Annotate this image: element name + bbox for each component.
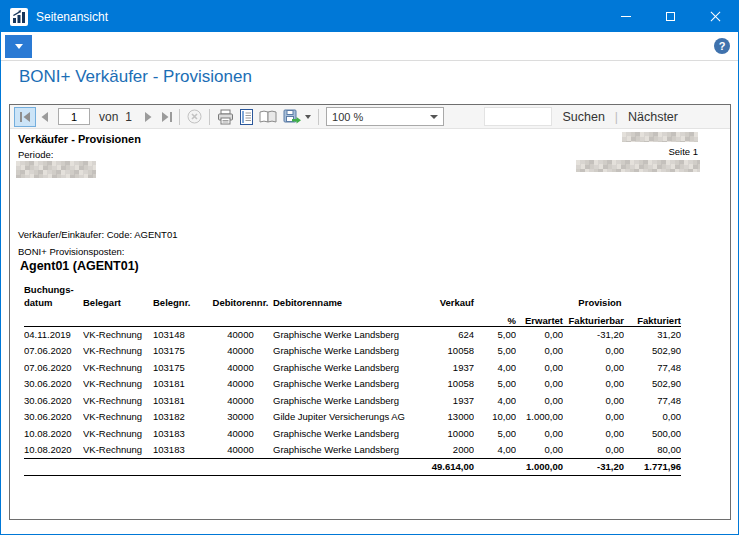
print-preview-window: Seitenansicht ? BONI+ Verkäufer - Provis… <box>0 0 739 535</box>
next-page-button[interactable] <box>139 107 157 127</box>
report-filter-line2: BONI+ Provisionsposten: <box>18 246 124 257</box>
commission-table: Buchungs- datum Belegart Belegnr. Debito… <box>24 283 681 476</box>
table-cell: 40000 <box>208 442 273 459</box>
header-commission-group: Provision <box>474 295 681 308</box>
header-invoiced: Fakturiert <box>624 308 681 326</box>
table-row: 30.06.2020VK-Rechnung10318230000Gilde Ju… <box>24 409 681 426</box>
minimize-button[interactable] <box>603 1 648 32</box>
redacted-text-block <box>16 161 96 178</box>
table-cell: 10000 <box>421 425 474 442</box>
last-page-icon <box>161 112 172 122</box>
table-cell: Graphische Werke Landsberg <box>273 392 421 409</box>
toolbar-separator <box>179 109 180 125</box>
print-button[interactable] <box>214 107 237 127</box>
table-cell: 5,00 <box>474 376 516 393</box>
previous-page-button[interactable] <box>36 107 54 127</box>
export-button[interactable] <box>280 107 314 127</box>
table-cell <box>208 458 273 475</box>
table-cell <box>153 458 208 475</box>
header-sale: Verkauf <box>421 295 474 308</box>
table-cell: 31,20 <box>624 326 681 343</box>
search-button[interactable]: Suchen <box>562 110 604 124</box>
page-setup-icon <box>259 110 277 124</box>
table-cell: VK-Rechnung <box>83 343 153 360</box>
table-cell: 30.06.2020 <box>24 409 83 426</box>
table-cell: 80,00 <box>624 442 681 459</box>
table-cell <box>273 458 421 475</box>
table-row: 49.614,001.000,00-31,201.771,96 <box>24 458 681 475</box>
zoom-value: 100 % <box>332 111 363 123</box>
header-customer-name: Debitorenname <box>273 295 421 308</box>
table-cell: 30000 <box>208 409 273 426</box>
table-cell: 0,00 <box>516 392 563 409</box>
table-cell: VK-Rechnung <box>83 425 153 442</box>
close-button[interactable] <box>693 1 738 32</box>
table-cell: 103175 <box>153 343 208 360</box>
header-expected: Erwartet <box>516 308 563 326</box>
table-cell: 0,00 <box>516 425 563 442</box>
table-cell: 0,00 <box>516 376 563 393</box>
current-page-input[interactable] <box>58 108 90 125</box>
table-cell: 103183 <box>153 425 208 442</box>
total-pages-label: 1 <box>125 110 132 124</box>
table-cell: 30.06.2020 <box>24 376 83 393</box>
report-group-header: Agent01 (AGENT01) <box>20 259 139 273</box>
table-cell: 103148 <box>153 326 208 343</box>
cancel-icon <box>187 109 202 124</box>
table-cell: 500,00 <box>624 425 681 442</box>
menu-dropdown-button[interactable] <box>5 35 32 58</box>
table-cell: 30.06.2020 <box>24 392 83 409</box>
table-header: Buchungs- datum Belegart Belegnr. Debito… <box>24 283 681 326</box>
table-cell: 0,00 <box>563 359 624 376</box>
table-cell: 502,90 <box>624 343 681 360</box>
table-cell: VK-Rechnung <box>83 359 153 376</box>
table-row: 10.08.2020VK-Rechnung10318340000Graphisc… <box>24 442 681 459</box>
table-cell <box>474 458 516 475</box>
table-cell: 0,00 <box>563 442 624 459</box>
header-customer-no: Debitorennr. <box>208 295 273 308</box>
table-cell: 0,00 <box>563 376 624 393</box>
table-cell: 502,90 <box>624 376 681 393</box>
page-setup-button[interactable] <box>256 107 280 127</box>
table-cell: Graphische Werke Landsberg <box>273 442 421 459</box>
report-page-number: Seite 1 <box>668 146 698 157</box>
table-cell: 40000 <box>208 392 273 409</box>
export-save-icon <box>283 109 302 125</box>
search-input[interactable] <box>484 107 552 126</box>
table-cell: Graphische Werke Landsberg <box>273 343 421 360</box>
cancel-rendering-button[interactable] <box>184 107 205 127</box>
table-cell: 103183 <box>153 442 208 459</box>
table-cell: 10058 <box>421 376 474 393</box>
table-cell: 5,00 <box>474 326 516 343</box>
header-booking-date-1: Buchungs- <box>24 283 83 295</box>
maximize-button[interactable] <box>648 1 693 32</box>
table-cell: 40000 <box>208 359 273 376</box>
table-cell: 1937 <box>421 392 474 409</box>
table-cell: Gilde Jupiter Versicherungs AG <box>273 409 421 426</box>
table-cell: 103181 <box>153 392 208 409</box>
table-cell: 07.06.2020 <box>24 343 83 360</box>
close-icon <box>710 11 721 22</box>
zoom-combobox[interactable]: 100 % <box>326 107 444 126</box>
table-cell: VK-Rechnung <box>83 392 153 409</box>
table-cell: VK-Rechnung <box>83 326 153 343</box>
table-cell: 10.08.2020 <box>24 425 83 442</box>
table-cell: 10058 <box>421 343 474 360</box>
minimize-icon <box>621 16 631 17</box>
table-row: 07.06.2020VK-Rechnung10317540000Graphisc… <box>24 343 681 360</box>
header-doc-type: Belegart <box>83 295 153 308</box>
table-cell: 10,00 <box>474 409 516 426</box>
table-cell: 0,00 <box>563 409 624 426</box>
table-cell: 4,00 <box>474 392 516 409</box>
first-page-button[interactable] <box>14 107 36 127</box>
table-cell: 0,00 <box>516 442 563 459</box>
table-cell: 1.000,00 <box>516 458 563 475</box>
table-cell: 40000 <box>208 376 273 393</box>
table-cell: 2000 <box>421 442 474 459</box>
find-next-button[interactable]: Nächster <box>628 110 678 124</box>
help-button[interactable]: ? <box>714 38 730 54</box>
window-title: Seitenansicht <box>36 10 108 24</box>
last-page-button[interactable] <box>157 107 175 127</box>
print-layout-button[interactable] <box>237 107 256 127</box>
table-cell: 1.000,00 <box>516 409 563 426</box>
